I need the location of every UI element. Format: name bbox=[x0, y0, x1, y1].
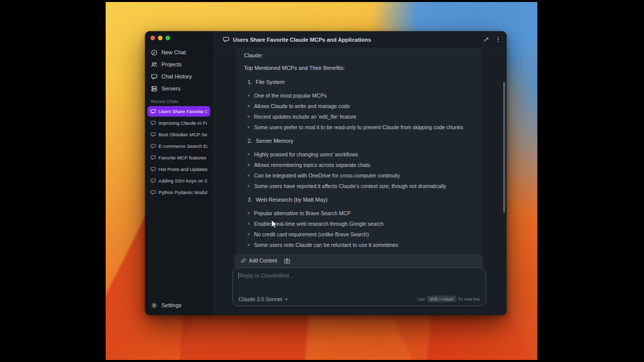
window-controls bbox=[145, 31, 213, 43]
zoom-window-button[interactable] bbox=[166, 36, 170, 40]
chat-title: Improving Claude AI Funct… bbox=[158, 120, 207, 126]
bullet-list: One of the most popular MCPs Allows Clau… bbox=[244, 92, 474, 131]
sidebar-item-projects[interactable]: Projects bbox=[145, 58, 213, 70]
sidebar: New Chat Projects Chat History Servers R… bbox=[145, 31, 213, 315]
screen: New Chat Projects Chat History Servers R… bbox=[0, 0, 644, 362]
recent-chats-heading: Recent Chats bbox=[151, 99, 207, 104]
chat-list-item[interactable]: Improving Claude AI Funct… bbox=[147, 118, 210, 128]
model-selector[interactable]: Claude 3.5 Sonnet bbox=[238, 296, 288, 302]
sidebar-item-label: Servers bbox=[162, 85, 181, 92]
chat-list-item[interactable]: Hot Posts and Updates fro… bbox=[147, 164, 210, 174]
bullet-list: Popular alternative to Brave Search MCP … bbox=[244, 210, 474, 248]
shortcut-badge: shift + return bbox=[427, 296, 456, 302]
header-actions bbox=[483, 36, 500, 44]
bullet-item: Some users have reported it affects Clau… bbox=[244, 183, 474, 190]
numbered-item: 2. Server Memory bbox=[244, 137, 474, 144]
bullet-item: Allows remembering topics across separat… bbox=[244, 161, 474, 168]
chat-title: Users Share Favorite Clau… bbox=[158, 109, 207, 114]
chat-bubble-icon bbox=[150, 132, 156, 137]
chat-list-item[interactable]: Best Obsidian MCP Server … bbox=[147, 129, 210, 140]
message-intro: Top Mentioned MCPs and Their Benefits: bbox=[244, 64, 474, 71]
item-number: 1. bbox=[248, 78, 252, 85]
bullet-item: Popular alternative to Brave Search MCP bbox=[244, 210, 474, 217]
bullet-item: Enables real-time web research through G… bbox=[244, 220, 474, 227]
item-number: 3. bbox=[248, 196, 252, 203]
item-title: Server Memory bbox=[256, 137, 293, 144]
chat-title: E-commerce Search Engin… bbox=[158, 143, 207, 149]
bullet-list: Highly praised for changing users' workf… bbox=[244, 151, 474, 190]
chat-list-item[interactable]: Favorite MCP features and … bbox=[147, 152, 210, 163]
chat-title: Favorite MCP features and … bbox=[158, 155, 207, 160]
servers-icon bbox=[151, 85, 157, 92]
settings-label: Settings bbox=[162, 302, 182, 308]
scrollbar-thumb[interactable] bbox=[503, 82, 505, 213]
reply-placeholder-row: Reply to ClaudeMind... bbox=[238, 273, 480, 279]
chat-title: Python Pydantic Module I… bbox=[158, 190, 207, 195]
composer-footer: Claude 3.5 Sonnet Use shift + return for… bbox=[238, 296, 480, 302]
chat-title: Hot Posts and Updates fro… bbox=[158, 166, 207, 172]
message-panel[interactable]: Claude: Top Mentioned MCPs and Their Ben… bbox=[236, 48, 481, 253]
sidebar-item-settings[interactable]: Settings bbox=[145, 300, 213, 310]
chat-bubble-icon bbox=[150, 166, 156, 172]
bullet-item: One of the most popular MCPs bbox=[244, 92, 474, 99]
numbered-item: 1. File System bbox=[244, 78, 474, 85]
newline-hint: Use shift + return for new line bbox=[418, 296, 480, 302]
sidebar-item-label: Chat History bbox=[162, 73, 192, 79]
bullet-item: Can be integrated with OneDrive for cros… bbox=[244, 172, 474, 179]
minimize-window-button[interactable] bbox=[158, 36, 163, 40]
projects-icon bbox=[151, 61, 157, 68]
reply-input[interactable]: Reply to ClaudeMind... Claude 3.5 Sonnet… bbox=[232, 267, 486, 306]
bullet-item: Some users prefer to mod it to be read-o… bbox=[244, 124, 474, 131]
chat-list-item[interactable]: E-commerce Search Engin… bbox=[147, 141, 210, 151]
sidebar-item-new-chat[interactable]: New Chat bbox=[145, 46, 213, 58]
paperclip-icon bbox=[240, 258, 246, 263]
chat-header-title-group: Users Share Favorite Claude MCPs and App… bbox=[223, 36, 371, 43]
more-options-icon[interactable] bbox=[497, 36, 500, 44]
composer-toolbar: Add Content bbox=[234, 254, 483, 267]
model-label: Claude 3.5 Sonnet bbox=[238, 296, 282, 302]
compose-icon bbox=[151, 49, 157, 56]
add-content-button[interactable]: Add Content bbox=[240, 258, 277, 263]
bullet-item: Some users note Claude can be reluctant … bbox=[244, 241, 474, 248]
camera-icon[interactable] bbox=[284, 258, 290, 264]
message-speaker: Claude: bbox=[244, 52, 474, 59]
close-window-button[interactable] bbox=[150, 36, 155, 40]
hint-suffix: for new line bbox=[458, 297, 480, 302]
recent-chats-list: Users Share Favorite Clau… Improving Cla… bbox=[145, 106, 213, 199]
chat-list-item[interactable]: Adding SSH Keys on GitHub bbox=[147, 175, 210, 186]
item-title: Web Research (by Matt May) bbox=[256, 196, 328, 203]
chat-bubble-icon bbox=[150, 143, 156, 149]
sidebar-item-chat-history[interactable]: Chat History bbox=[145, 70, 213, 82]
sidebar-item-label: New Chat bbox=[162, 49, 186, 55]
text-caret bbox=[238, 273, 239, 279]
chat-title: Best Obsidian MCP Server … bbox=[158, 132, 207, 137]
add-content-label: Add Content bbox=[249, 258, 277, 263]
chat-bubble-icon bbox=[223, 36, 229, 43]
chat-bubble-icon bbox=[150, 155, 156, 160]
main-area: Users Share Favorite Claude MCPs and App… bbox=[213, 31, 507, 315]
chat-bubble-icon bbox=[150, 109, 156, 114]
item-title: File System bbox=[256, 78, 284, 85]
bullet-item: Recent updates include an 'edit_file' fe… bbox=[244, 113, 474, 120]
sidebar-nav: New Chat Projects Chat History Servers bbox=[145, 46, 213, 95]
sidebar-item-label: Projects bbox=[162, 61, 182, 67]
gear-icon bbox=[151, 302, 157, 309]
chat-bubble-icon bbox=[150, 178, 156, 184]
chat-list-item[interactable]: Python Pydantic Module I… bbox=[147, 187, 210, 198]
reply-placeholder: Reply to ClaudeMind... bbox=[240, 273, 293, 279]
chat-list-item[interactable]: Users Share Favorite Clau… bbox=[147, 106, 210, 117]
chat-title: Adding SSH Keys on GitHub bbox=[158, 178, 207, 184]
chat-bubble-icon bbox=[150, 120, 156, 126]
hint-prefix: Use bbox=[418, 297, 425, 302]
bullet-item: Highly praised for changing users' workf… bbox=[244, 151, 474, 158]
item-number: 2. bbox=[248, 137, 252, 144]
share-icon[interactable] bbox=[483, 36, 490, 43]
chat-bubble-icon bbox=[151, 73, 157, 80]
sidebar-spacer bbox=[145, 199, 213, 300]
chevron-down-icon bbox=[284, 297, 288, 301]
chat-header: Users Share Favorite Claude MCPs and App… bbox=[213, 31, 507, 48]
sidebar-item-servers[interactable]: Servers bbox=[145, 82, 213, 95]
chat-bubble-icon bbox=[150, 190, 156, 195]
app-window: New Chat Projects Chat History Servers R… bbox=[145, 31, 507, 315]
numbered-item: 3. Web Research (by Matt May) bbox=[244, 196, 474, 203]
